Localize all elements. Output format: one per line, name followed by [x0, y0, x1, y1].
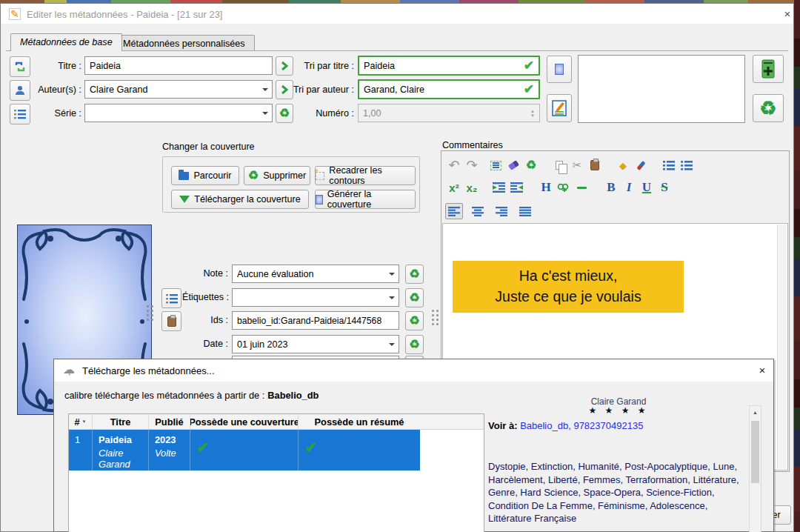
ordered-list-button[interactable] [660, 157, 678, 173]
dropdown-arrow-icon[interactable] [385, 290, 398, 305]
subscript-button[interactable]: x₂ [463, 179, 481, 196]
clipboard-icon [590, 160, 599, 170]
align-left-button[interactable] [445, 203, 463, 219]
indent-button[interactable] [490, 179, 507, 196]
generate-cover-label: Générer la couverture [327, 189, 415, 210]
date-combo[interactable]: 01 juin 2023 [232, 335, 399, 353]
download-source-line: calibre télécharge les métadonnées à par… [64, 390, 319, 401]
comments-scrollbar[interactable] [777, 225, 787, 469]
series-combo[interactable] [84, 104, 273, 122]
add-format-button[interactable] [753, 55, 784, 83]
scroll-up-arrow[interactable]: ▲ [750, 406, 761, 418]
dropdown-arrow-icon[interactable] [385, 266, 398, 282]
browse-cover-button[interactable]: Parcourir [171, 166, 239, 185]
dropdown-arrow-icon[interactable] [259, 82, 271, 97]
recycle-icon: ♻ [409, 292, 419, 304]
spinner-arrows[interactable]: ▲ ▼ [527, 105, 539, 121]
col-header-has-summary[interactable]: Possède un résumé [299, 414, 420, 429]
author-sort-input[interactable]: Garand, Claire ✔ [358, 79, 540, 99]
rating-label: Note : [176, 268, 228, 279]
outdent-button[interactable] [507, 179, 525, 196]
col-header-title[interactable]: Titre [93, 414, 149, 429]
tab-basic-metadata[interactable]: Métadonnées de base [10, 33, 122, 51]
cell-has-cover: ✔ [190, 430, 299, 471]
clear-rating-button[interactable]: ♻ [405, 265, 424, 284]
check-icon: ✔ [196, 439, 209, 456]
generate-cover-button[interactable]: Générer la couverture [315, 190, 416, 209]
redo-button[interactable]: ↷ [463, 157, 481, 173]
superscript-button[interactable]: x² [445, 179, 463, 196]
download-cover-label: Télécharger la couverture [194, 194, 301, 205]
formats-list[interactable] [578, 55, 745, 123]
cover-thumbnail-button[interactable] [547, 56, 572, 83]
background-color-button[interactable]: ◆ [614, 157, 632, 173]
desktop-background-right [794, 0, 800, 532]
copy-button[interactable] [550, 157, 568, 173]
cut-button[interactable]: ✂ [568, 157, 586, 173]
trim-cover-button[interactable]: Recadrer les contours [315, 166, 416, 185]
align-right-button[interactable] [493, 203, 510, 219]
manage-authors-button[interactable] [10, 80, 30, 101]
edit-metadata-individually-button[interactable] [547, 94, 572, 122]
clear-ids-button[interactable]: ♻ [405, 311, 424, 330]
left-splitter-handle[interactable] [147, 305, 153, 321]
mini-cover-icon [316, 195, 323, 205]
rating-combo[interactable]: Aucune évaluation [232, 265, 399, 283]
details-scrollbar[interactable]: ▲ [749, 405, 761, 532]
outdent-icon [510, 182, 523, 193]
insert-link-button[interactable] [555, 179, 573, 196]
tags-combo[interactable] [232, 288, 399, 307]
underline-button[interactable]: U [638, 179, 656, 196]
heading-button[interactable]: H [537, 179, 555, 196]
authors-combo[interactable]: Claire Garand [84, 80, 273, 99]
scrollbar-thumb[interactable] [751, 421, 759, 483]
ids-input[interactable]: babelio_id:Garand-Paideia/1447568 [232, 311, 399, 330]
remove-format-button[interactable]: ♻ [753, 94, 784, 122]
results-table: # ▼ Titre Publié Possède une couverture … [68, 413, 484, 532]
col-header-has-cover[interactable]: Possède une couverture [190, 414, 299, 429]
title-sort-input[interactable]: Paideia ✔ [358, 56, 540, 76]
edit-tags-button[interactable] [161, 288, 181, 308]
manage-series-button[interactable] [10, 104, 30, 124]
right-splitter-handle[interactable] [432, 310, 439, 325]
clear-tags-button[interactable]: ♻ [405, 288, 424, 307]
bold-button[interactable]: B [602, 179, 620, 196]
swap-title-author-button[interactable] [10, 56, 30, 77]
italic-button[interactable]: I [620, 179, 638, 196]
eraser-button[interactable] [504, 157, 522, 173]
download-dialog-close-button[interactable]: × [753, 364, 771, 379]
result-row-selected[interactable]: 1 Paideia Claire Garand 2023 Volte ✔ ✔ [69, 430, 420, 471]
series-number-spinner[interactable]: 1,00 ▲ ▼ [358, 104, 540, 122]
select-all-icon [490, 161, 501, 170]
select-all-button[interactable] [487, 157, 504, 173]
see-at-line: Voir à: Babelio_db, 9782370492135 [488, 420, 749, 431]
title-input[interactable]: Paideia [84, 56, 273, 75]
copy-author-to-sort-button[interactable] [276, 80, 293, 99]
dropdown-arrow-icon[interactable] [259, 105, 271, 121]
insert-rule-button[interactable] [573, 179, 590, 196]
unordered-list-button[interactable] [678, 157, 696, 173]
foreground-color-button[interactable] [632, 157, 650, 173]
strikethrough-button[interactable]: S [656, 179, 673, 196]
align-center-button[interactable] [469, 203, 487, 219]
align-justify-button[interactable] [516, 203, 534, 219]
undo-button[interactable]: ↶ [445, 157, 463, 173]
col-header-num[interactable]: # ▼ [69, 414, 93, 429]
see-at-label: Voir à: [488, 420, 518, 431]
copy-title-to-sort-button[interactable] [276, 56, 293, 76]
close-button[interactable]: × [778, 7, 797, 21]
col-header-published[interactable]: Publié [149, 414, 190, 429]
title-sort-value: Paideia [364, 61, 395, 71]
clear-date-button[interactable]: ♻ [405, 335, 424, 354]
spin-down-icon[interactable]: ▼ [530, 113, 535, 118]
paste-button[interactable] [586, 157, 604, 173]
dropdown-arrow-icon[interactable] [385, 336, 398, 352]
download-cover-button[interactable]: Télécharger la couverture [171, 190, 309, 209]
see-at-links[interactable]: Babelio_db, 9782370492135 [520, 420, 643, 431]
trim-label: Recadrer les contours [329, 165, 415, 186]
clear-series-button[interactable]: ♻ [276, 104, 293, 123]
remove-cover-button[interactable]: ♻ Supprimer [244, 166, 310, 185]
clear-formatting-button[interactable]: ♻ [522, 157, 540, 173]
paste-identifier-button[interactable] [161, 311, 181, 331]
tab-custom-metadata[interactable]: Métadonnées personnalisées [113, 35, 255, 51]
